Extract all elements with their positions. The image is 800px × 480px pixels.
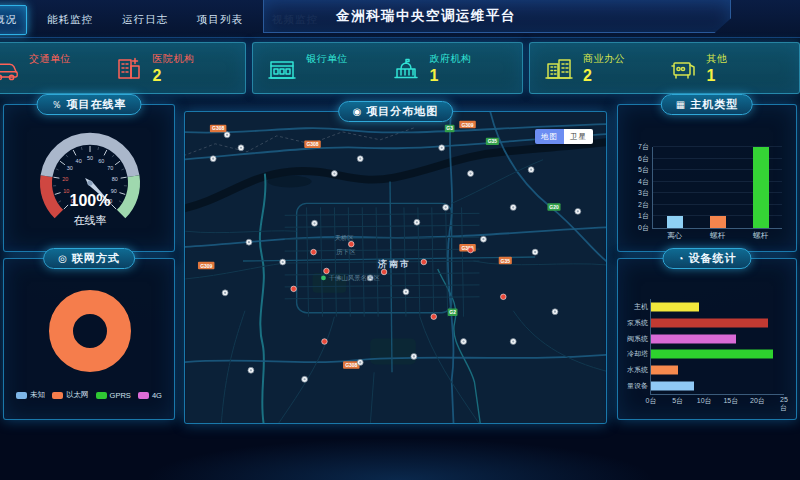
x-axis-label: 螺杆 — [710, 231, 725, 241]
bar-螺杆 — [710, 216, 726, 228]
project-marker[interactable] — [291, 286, 297, 292]
x-axis-tick: 15台 — [723, 396, 738, 406]
poi-marker-dot — [577, 210, 579, 212]
map-area-label: 天桥区 — [334, 234, 354, 241]
government-icon — [391, 55, 421, 81]
legend-swatch — [52, 392, 63, 399]
panel-title: 项目分布地图 — [366, 104, 438, 119]
gauge-minor-tick — [56, 169, 59, 170]
machine-icon — [668, 55, 698, 81]
gauge-tick — [73, 150, 76, 155]
project-marker[interactable] — [322, 339, 328, 345]
panel-title: 项目在线率 — [67, 97, 127, 112]
gauge-minor-tick — [121, 169, 124, 170]
tab-overview[interactable]: 概况 — [0, 5, 27, 35]
panel-header-device-stats: ◔ 设备统计 — [662, 248, 751, 269]
gauge-tick-label: 20 — [62, 176, 68, 182]
poi-marker-dot — [416, 221, 418, 223]
stat-card-office-other: 商业办公 2 其他 1 — [529, 42, 800, 94]
stat-item-government: 政府机构 1 — [391, 52, 509, 85]
map-button[interactable]: 地图 — [535, 129, 564, 144]
bar-水系统 — [651, 366, 678, 375]
gauge-sub-label: 在线率 — [74, 214, 107, 226]
gauge-minor-tick — [66, 155, 68, 157]
y-axis-label: 水系统 — [627, 365, 648, 375]
poi-marker-dot — [405, 291, 407, 293]
legend-swatch — [96, 392, 107, 399]
legend-label: GPRS — [110, 391, 131, 400]
stat-item-other: 其他 1 — [668, 52, 786, 85]
gauge-hub — [87, 180, 92, 185]
y-axis-label: 主机 — [634, 302, 648, 312]
device-stats-plot: 主机泵系统阀系统冷却塔水系统量设备0台5台10台15台20台25台 — [650, 299, 784, 395]
project-marker[interactable] — [501, 294, 507, 300]
legend-item[interactable]: 未知 — [16, 390, 45, 400]
project-marker[interactable] — [311, 249, 317, 255]
legend-swatch — [16, 392, 27, 399]
poi-marker-dot — [240, 147, 242, 149]
panel-project-map: ◉ 项目分布地图 地图 卫星 — [184, 111, 607, 424]
scenic-area-marker[interactable] — [321, 276, 326, 281]
legend-item[interactable]: GPRS — [96, 390, 131, 400]
gauge-tick — [115, 161, 120, 165]
gauge-tick-label: 80 — [112, 176, 118, 182]
poi-marker-dot — [462, 340, 464, 342]
stat-card-bank-government: 银行单位 政府机构 1 — [252, 42, 523, 94]
stat-item-hospital: 医院机构 2 — [114, 52, 232, 85]
x-axis-tick: 5台 — [672, 396, 683, 406]
poi-marker-dot — [333, 173, 335, 175]
network-legend: 未知以太网GPRS4G — [4, 390, 174, 400]
poi-marker-dot — [313, 222, 315, 224]
legend-label: 4G — [152, 391, 162, 400]
gauge-minor-tick — [58, 201, 61, 203]
tab-run-log[interactable]: 运行日志 — [113, 6, 177, 34]
satellite-button[interactable]: 卫星 — [564, 129, 593, 144]
legend-item[interactable]: 以太网 — [52, 390, 89, 400]
hospital-icon — [114, 55, 144, 81]
bar-阀系统 — [651, 334, 736, 343]
tab-project-list[interactable]: 项目列表 — [188, 6, 252, 34]
poi-marker-dot — [413, 355, 415, 357]
bank-icon — [267, 55, 297, 81]
road-shield-label: G308 — [306, 142, 318, 147]
map-city-label: 济南市 — [377, 259, 411, 269]
stat-item-office: 商业办公 2 — [544, 52, 662, 85]
bar-离心 — [667, 216, 683, 228]
project-distribution-map[interactable]: G308G308G309G3G35G20G309G35G2G308G309天桥区… — [185, 112, 606, 423]
bar-冷却塔 — [651, 350, 773, 359]
legend-label: 未知 — [30, 390, 45, 400]
panel-title: 主机类型 — [690, 97, 738, 112]
device-stats-chart: 主机泵系统阀系统冷却塔水系统量设备0台5台10台15台20台25台 — [622, 293, 786, 411]
panel-header-host-type: ▦ 主机类型 — [661, 94, 753, 115]
project-marker[interactable] — [349, 241, 355, 247]
road-shield-label: G35 — [501, 259, 511, 264]
stat-label: 其他 — [707, 52, 728, 66]
x-axis-label: 离心 — [667, 231, 682, 241]
road-shield-label: G20 — [549, 205, 559, 210]
project-marker[interactable] — [421, 259, 427, 265]
legend-item[interactable]: 4G — [138, 390, 162, 400]
stat-label: 医院机构 — [153, 52, 195, 66]
project-marker[interactable] — [324, 268, 330, 274]
panel-host-type: ▦ 主机类型 0台1台2台3台4台5台6台7台离心螺杆螺杆 — [617, 104, 797, 252]
y-axis-label: 泵系统 — [627, 318, 648, 328]
bar-主机 — [651, 302, 699, 311]
road-shield-label: G309 — [200, 264, 212, 269]
project-marker[interactable] — [468, 247, 474, 253]
y-axis-tick: 0台 — [638, 223, 649, 233]
project-marker[interactable] — [381, 269, 387, 275]
host-type-chart: 0台1台2台3台4台5台6台7台离心螺杆螺杆 — [624, 135, 790, 245]
x-axis-label: 螺杆 — [753, 231, 768, 241]
project-marker[interactable] — [431, 314, 437, 320]
gauge-minor-tick — [81, 147, 82, 150]
bar-量设备 — [651, 382, 694, 391]
bottom-glow — [144, 438, 656, 480]
poi-marker-dot — [250, 369, 252, 371]
stats-row: 交通单位 医院机构 2 银行单位 — [0, 42, 800, 94]
map-area-label: 历下区 — [336, 248, 356, 256]
network-donut-chart — [4, 275, 176, 387]
gauge-zone — [46, 176, 59, 214]
tab-energy-monitor[interactable]: 能耗监控 — [38, 6, 102, 34]
map-pin-icon: ◉ — [353, 107, 362, 117]
stat-value: 1 — [707, 67, 728, 85]
